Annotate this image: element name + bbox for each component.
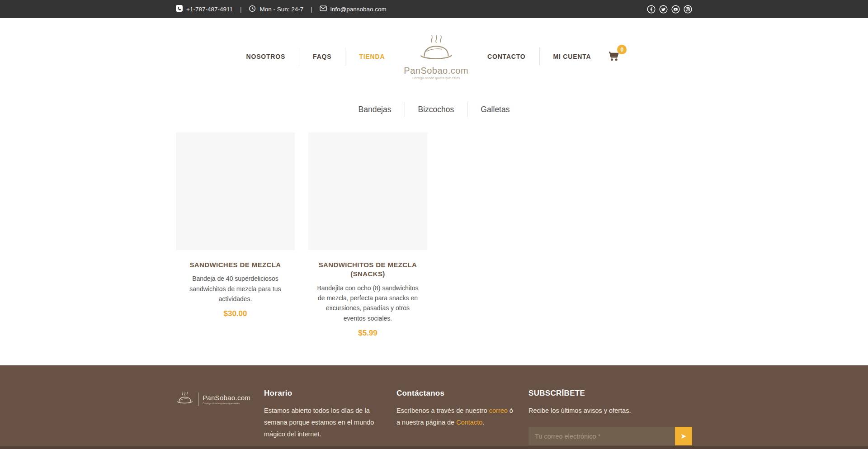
tab-bizcochos[interactable]: Bizcochos xyxy=(417,105,455,114)
top-bar: +1-787-487-4911 | Mon - Sun: 24-7 | info… xyxy=(0,0,868,18)
send-arrow-icon: ➤ xyxy=(680,432,686,440)
envelope-icon xyxy=(320,5,327,13)
clock-icon xyxy=(249,5,256,14)
nav-divider xyxy=(299,47,299,66)
hours-text: Mon - Sun: 24-7 xyxy=(259,6,303,13)
footer-contact-column: Contáctanos Escríbenos a través de nuest… xyxy=(396,389,528,445)
footer-hours-text: Estamos abierto todos los días de la sem… xyxy=(264,405,378,440)
phone-number: +1-787-487-4911 xyxy=(186,6,233,13)
product-description: Bandeja de 40 superdeliciosos sandwichit… xyxy=(182,274,289,304)
product-grid: SANDWICHES DE MEZCLA Bandeja de 40 super… xyxy=(176,132,692,338)
tab-divider xyxy=(405,102,405,117)
nav-item-contacto[interactable]: CONTACTO xyxy=(487,53,525,60)
nav-item-nosotros[interactable]: NOSOTROS xyxy=(246,53,286,60)
nav-divider xyxy=(345,47,345,66)
product-card[interactable]: SANDWICHES DE MEZCLA Bandeja de 40 super… xyxy=(176,132,295,338)
contact-page-link[interactable]: Contacto xyxy=(456,419,482,426)
email-item[interactable]: info@pansobao.com xyxy=(320,5,387,13)
footer-logo-title: PanSobao.com xyxy=(203,394,250,402)
footer-hours-column: Horario Estamos abierto todos los días d… xyxy=(264,389,396,445)
phone-item[interactable]: +1-787-487-4911 xyxy=(176,5,233,13)
logo-tagline: Contigo donde quiera que estés xyxy=(412,76,460,80)
subscribe-text: Recibe los últimos avisos y ofertas. xyxy=(528,405,692,416)
nav-item-faqs[interactable]: FAQS xyxy=(313,53,331,60)
product-title[interactable]: SANDWICHITOS DE MEZCLA (SNACKS) xyxy=(308,260,427,279)
footer-subscribe-column: SUBSCRÍBETE Recibe los últimos avisos y … xyxy=(528,389,692,445)
bread-logo-icon xyxy=(176,391,194,407)
nav-item-tienda[interactable]: TIENDA xyxy=(359,53,385,60)
contact-text-after: . xyxy=(482,419,484,426)
topbar-separator: | xyxy=(309,6,314,13)
email-text: info@pansobao.com xyxy=(330,6,387,13)
footer-bottom-strip xyxy=(0,446,868,449)
footer-contact-heading: Contáctanos xyxy=(396,389,515,398)
twitter-icon[interactable] xyxy=(659,5,668,14)
footer-logo-tagline: Contigo donde quiera que estés xyxy=(203,402,250,405)
footer-logo[interactable]: PanSobao.com Contigo donde quiera que es… xyxy=(176,391,264,407)
youtube-icon[interactable] xyxy=(671,5,680,14)
hours-item: Mon - Sun: 24-7 xyxy=(249,5,303,14)
subscribe-form: ➤ xyxy=(528,427,692,445)
footer-logo-divider xyxy=(198,392,198,406)
product-price: $5.99 xyxy=(358,329,377,338)
phone-icon xyxy=(176,5,183,13)
email-link[interactable]: correo xyxy=(489,407,508,414)
shop-content: Bandejas Bizcochos Galletas SANDWICHES D… xyxy=(0,95,868,365)
product-price: $30.00 xyxy=(224,309,247,318)
bread-logo-icon xyxy=(417,34,455,65)
tab-divider xyxy=(467,102,467,117)
facebook-icon[interactable] xyxy=(647,5,656,14)
social-links xyxy=(647,5,692,14)
topbar-separator: | xyxy=(238,6,244,13)
site-header: NOSOTROS FAQS TIENDA PanSobao.com Contig… xyxy=(0,18,868,95)
subscribe-heading: SUBSCRÍBETE xyxy=(528,389,692,398)
tab-galletas[interactable]: Galletas xyxy=(480,105,510,114)
site-footer: PanSobao.com Contigo donde quiera que es… xyxy=(0,365,868,449)
footer-hours-heading: Horario xyxy=(264,389,378,398)
instagram-icon[interactable] xyxy=(684,5,692,14)
nav-item-mi-cuenta[interactable]: MI CUENTA xyxy=(553,53,591,60)
contact-text-before: Escríbenos a través de nuestro xyxy=(396,407,489,414)
cart-button[interactable]: 0 xyxy=(606,49,622,64)
site-logo[interactable]: PanSobao.com Contigo donde quiera que es… xyxy=(404,34,468,80)
main-navigation: NOSOTROS FAQS TIENDA PanSobao.com Contig… xyxy=(0,18,868,95)
topbar-contact-info: +1-787-487-4911 | Mon - Sun: 24-7 | info… xyxy=(176,5,387,14)
product-image-placeholder[interactable] xyxy=(308,132,427,250)
logo-title: PanSobao.com xyxy=(404,66,468,76)
cart-count-badge: 0 xyxy=(617,45,627,54)
nav-divider xyxy=(539,47,540,66)
footer-contact-text: Escríbenos a través de nuestro correo ó … xyxy=(396,405,515,428)
product-description: Bandejita con ocho (8) sandwichitos de m… xyxy=(314,283,422,324)
email-input[interactable] xyxy=(528,427,675,445)
tab-bandejas[interactable]: Bandejas xyxy=(358,105,392,114)
subscribe-submit-button[interactable]: ➤ xyxy=(675,427,692,445)
product-card[interactable]: SANDWICHITOS DE MEZCLA (SNACKS) Bandejit… xyxy=(308,132,427,338)
footer-logo-column: PanSobao.com Contigo donde quiera que es… xyxy=(176,389,264,445)
product-title[interactable]: SANDWICHES DE MEZCLA xyxy=(187,260,283,269)
category-filter: Bandejas Bizcochos Galletas xyxy=(0,101,868,118)
product-image-placeholder[interactable] xyxy=(176,132,295,250)
